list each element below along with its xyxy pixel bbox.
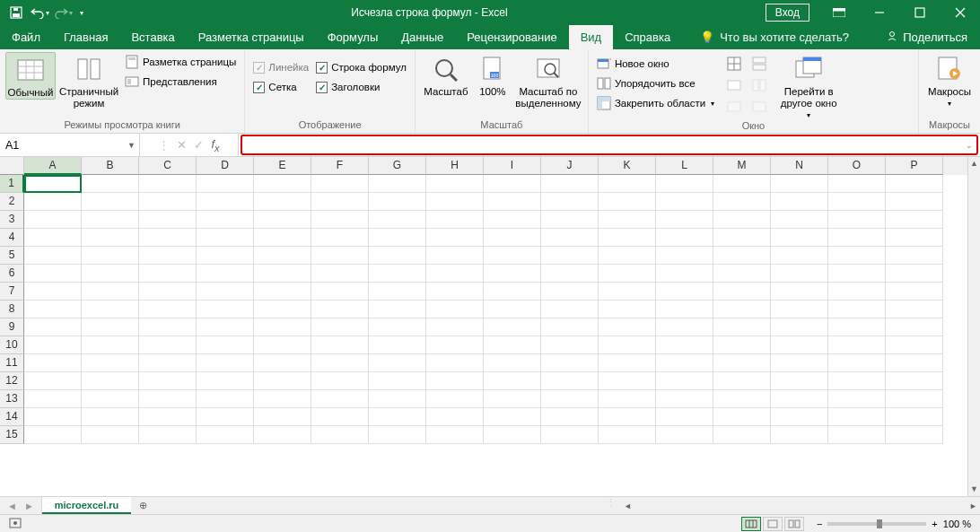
cell[interactable] [311,408,369,426]
row-header[interactable]: 10 [0,336,24,354]
cell[interactable] [771,301,828,318]
cell[interactable] [197,372,254,390]
cell[interactable] [24,318,82,336]
cell[interactable] [484,354,541,372]
sync-scroll-button[interactable] [749,75,771,95]
cell[interactable] [311,390,369,408]
zoom-out-icon[interactable]: − [817,519,822,529]
tab-nav[interactable]: ◄ ► [0,497,42,514]
cell[interactable] [484,301,541,318]
cell[interactable] [771,247,828,265]
cell[interactable] [82,193,139,211]
cell[interactable] [656,372,713,390]
row-header[interactable]: 5 [0,247,24,265]
cell[interactable] [771,336,828,354]
cell[interactable] [656,283,713,301]
cell[interactable] [656,247,713,265]
cell[interactable] [82,265,139,283]
cell[interactable] [426,301,484,318]
cell[interactable] [886,283,943,301]
cell[interactable] [886,390,943,408]
cell[interactable] [197,336,254,354]
row-header[interactable]: 1 [0,175,24,193]
cell[interactable] [484,283,541,301]
cell[interactable] [541,265,599,283]
cell[interactable] [369,193,426,211]
cell[interactable] [426,193,484,211]
cell[interactable] [656,390,713,408]
cell[interactable] [484,408,541,426]
cell[interactable] [82,372,139,390]
page-layout-shortcut-icon[interactable] [763,517,783,531]
cell[interactable] [599,372,656,390]
cell[interactable] [139,372,197,390]
cell[interactable] [599,336,656,354]
cell[interactable] [139,265,197,283]
cell[interactable] [771,229,828,247]
cell[interactable] [426,372,484,390]
cell[interactable] [254,247,311,265]
cell[interactable] [24,265,82,283]
cell[interactable] [369,247,426,265]
cell[interactable] [771,354,828,372]
select-all-corner[interactable] [0,157,24,175]
cell[interactable] [713,318,771,336]
zoom-in-icon[interactable]: + [932,519,937,529]
cell[interactable] [197,229,254,247]
cell[interactable] [197,301,254,318]
column-header[interactable]: O [828,157,886,175]
cell[interactable] [311,283,369,301]
cell[interactable] [713,175,771,193]
unhide-button[interactable] [724,97,746,117]
cell[interactable] [82,247,139,265]
zoom-selection-button[interactable]: Масштаб по выделенному [514,52,582,109]
cell[interactable] [541,318,599,336]
cell[interactable] [24,283,82,301]
cell[interactable] [24,247,82,265]
cell[interactable] [541,426,599,444]
login-button[interactable]: Вход [766,4,809,22]
cell[interactable] [369,408,426,426]
share-button[interactable]: Поделиться [873,25,980,49]
cell[interactable] [426,175,484,193]
cell[interactable] [484,211,541,229]
cell[interactable] [771,408,828,426]
cell[interactable] [197,354,254,372]
cell[interactable] [311,211,369,229]
column-header[interactable]: A [24,157,82,175]
tab-home[interactable]: Главная [52,25,119,49]
row-header[interactable]: 7 [0,283,24,301]
cell[interactable] [886,193,943,211]
qat-dropdown-icon[interactable]: ▾ [75,2,88,23]
cell[interactable] [139,301,197,318]
minimize-icon[interactable] [859,0,899,25]
macros-button[interactable]: Макросы▾ [924,52,975,108]
cell[interactable] [828,283,886,301]
cell[interactable] [82,211,139,229]
cell[interactable] [82,283,139,301]
cell[interactable] [599,175,656,193]
cell[interactable] [254,283,311,301]
row-header[interactable]: 3 [0,211,24,229]
cell[interactable] [656,175,713,193]
cell[interactable] [713,426,771,444]
cell[interactable] [82,318,139,336]
cell[interactable] [541,408,599,426]
cell[interactable] [771,318,828,336]
cell[interactable] [656,318,713,336]
row-header[interactable]: 2 [0,193,24,211]
row-header[interactable]: 15 [0,426,24,444]
enter-icon[interactable]: ✓ [194,138,204,152]
scroll-left-icon[interactable]: ◄ [621,501,634,510]
switch-windows-button[interactable]: Перейти в другое окно▾ [773,52,844,120]
cell[interactable] [139,193,197,211]
cell[interactable] [311,372,369,390]
cell[interactable] [197,175,254,193]
cell[interactable] [311,265,369,283]
cell[interactable] [886,211,943,229]
cell[interactable] [541,336,599,354]
tell-me-search[interactable]: 💡 Что вы хотите сделать? [682,25,873,49]
cell[interactable] [311,301,369,318]
maximize-icon[interactable] [899,0,940,25]
cell[interactable] [426,211,484,229]
